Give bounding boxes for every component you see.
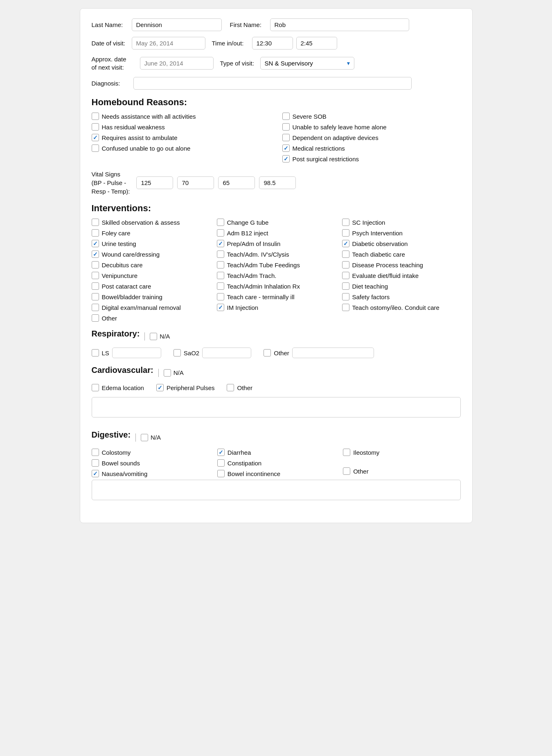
- list-item: Needs assistance with all activities: [92, 113, 270, 120]
- list-item: Confused unable to go out alone: [92, 144, 270, 152]
- homebound-check-2[interactable]: ✓: [92, 134, 99, 141]
- homebound-check-1[interactable]: [92, 123, 99, 131]
- int-check-c3-3[interactable]: [342, 250, 349, 258]
- first-name-label: First Name:: [230, 21, 267, 28]
- int-check-c2-8[interactable]: ✓: [217, 304, 224, 311]
- list-item: Other: [227, 384, 252, 391]
- int-check-c1-9[interactable]: [92, 314, 99, 322]
- edema-check[interactable]: [92, 384, 99, 391]
- int-check-c1-8[interactable]: [92, 304, 99, 311]
- digestive-textarea[interactable]: [92, 480, 461, 500]
- ileostomy-check[interactable]: [343, 449, 350, 456]
- sao2-check[interactable]: [173, 349, 181, 357]
- digestive-other-check[interactable]: [343, 467, 350, 475]
- int-check-c3-5[interactable]: [342, 272, 349, 279]
- int-check-c3-0[interactable]: [342, 219, 349, 226]
- int-check-c1-5[interactable]: [92, 272, 99, 279]
- int-check-c3-8[interactable]: [342, 304, 349, 311]
- int-check-c1-4[interactable]: [92, 261, 99, 269]
- int-check-c3-2[interactable]: ✓: [342, 240, 349, 247]
- list-item: Change G tube: [217, 219, 336, 226]
- int-check-c2-1[interactable]: [217, 229, 224, 237]
- int-check-c1-7[interactable]: [92, 293, 99, 300]
- list-item: Evaluate diet/fluid intake: [342, 272, 461, 279]
- resp-other-input[interactable]: [292, 348, 374, 358]
- int-check-c3-4[interactable]: [342, 261, 349, 269]
- cardiovascular-textarea[interactable]: [92, 397, 461, 417]
- int-check-c3-1[interactable]: [342, 229, 349, 237]
- int-check-c2-7[interactable]: [217, 293, 224, 300]
- homebound-check-r1[interactable]: [282, 123, 290, 131]
- list-item: Teach/Adm Tube Feedings: [217, 261, 336, 269]
- int-check-c2-2[interactable]: ✓: [217, 240, 224, 247]
- int-check-c1-3[interactable]: ✓: [92, 250, 99, 258]
- digestive-col2: ✓ Diarrhea Constipation Bowel incontinen…: [217, 449, 335, 477]
- respiratory-items: LS SaO2 Other: [92, 348, 461, 358]
- resp-other-check[interactable]: [264, 349, 271, 357]
- int-check-c1-0[interactable]: [92, 219, 99, 226]
- ls-check[interactable]: [92, 349, 99, 357]
- cardiovascular-items: Edema location ✓ Peripheral Pulses Other: [92, 384, 461, 391]
- respiratory-na-check[interactable]: [150, 333, 157, 340]
- int-check-c2-0[interactable]: [217, 219, 224, 226]
- int-check-c1-1[interactable]: [92, 229, 99, 237]
- first-name-input[interactable]: [270, 18, 409, 31]
- date-group: Date of visit:: [92, 37, 205, 50]
- diagnosis-row: Diagnosis:: [92, 77, 461, 90]
- homebound-check-r3[interactable]: ✓: [282, 144, 290, 152]
- list-item: Teach care - terminally ill: [217, 293, 336, 300]
- list-item: ✓ Nausea/vomiting: [92, 470, 209, 477]
- bowel-incontinence-check[interactable]: [217, 470, 225, 477]
- int-check-c1-6[interactable]: [92, 282, 99, 290]
- int-check-c1-2[interactable]: ✓: [92, 240, 99, 247]
- time-out-input[interactable]: [296, 37, 337, 50]
- last-name-input[interactable]: [132, 18, 222, 31]
- visit-type-select[interactable]: SN & Supervisory: [260, 57, 354, 70]
- time-in-input[interactable]: [252, 37, 293, 50]
- int-check-c2-6[interactable]: [217, 282, 224, 290]
- peripheral-check[interactable]: ✓: [156, 384, 164, 391]
- digestive-na-check[interactable]: [141, 434, 148, 441]
- list-item: Has residual weakness: [92, 123, 270, 131]
- cardio-other-check[interactable]: [227, 384, 234, 391]
- bowel-sounds-check[interactable]: [92, 459, 99, 467]
- homebound-check-r2[interactable]: [282, 134, 290, 141]
- colostomy-check[interactable]: [92, 449, 99, 456]
- ls-input[interactable]: [112, 348, 161, 358]
- cardio-na-check[interactable]: [164, 369, 171, 377]
- int-check-c2-5[interactable]: [217, 272, 224, 279]
- list-item: Severe SOB: [282, 113, 461, 120]
- list-item: Other: [343, 467, 460, 475]
- date-label: Date of visit:: [92, 40, 128, 47]
- int-check-c2-4[interactable]: [217, 261, 224, 269]
- bp-input[interactable]: [136, 176, 173, 189]
- date-input[interactable]: [132, 37, 205, 50]
- temp-input[interactable]: [259, 176, 296, 189]
- list-item: ✓ Urine testing: [92, 240, 210, 247]
- respiratory-na: N/A: [150, 333, 170, 340]
- homebound-check-3[interactable]: [92, 144, 99, 152]
- next-visit-input[interactable]: [140, 57, 214, 70]
- nausea-check[interactable]: ✓: [92, 470, 99, 477]
- list-item: ✓ Post surgical restrictions: [282, 155, 461, 162]
- pulse-input[interactable]: [177, 176, 214, 189]
- list-item: Teach ostomy/ileo. Conduit care: [342, 304, 461, 311]
- homebound-check-0[interactable]: [92, 113, 99, 120]
- int-check-c3-7[interactable]: [342, 293, 349, 300]
- diagnosis-input[interactable]: [133, 77, 412, 90]
- homebound-check-r0[interactable]: [282, 113, 290, 120]
- int-check-c3-6[interactable]: [342, 282, 349, 290]
- visit-type-select-wrapper: SN & Supervisory ▼: [260, 57, 354, 70]
- time-group: Time in/out:: [212, 37, 337, 50]
- sao2-input[interactable]: [202, 348, 251, 358]
- diarrhea-check[interactable]: ✓: [217, 449, 225, 456]
- homebound-check-r4[interactable]: ✓: [282, 155, 290, 162]
- interventions-grid: Skilled observation & assess Foley care …: [92, 219, 461, 322]
- respiratory-title: Respiratory:: [92, 329, 140, 339]
- interventions-section: Interventions: Skilled observation & ass…: [92, 203, 461, 322]
- constipation-check[interactable]: [217, 459, 225, 467]
- int-check-c2-3[interactable]: [217, 250, 224, 258]
- resp-input[interactable]: [218, 176, 255, 189]
- cardiovascular-section: Cardiovascular: N/A Edema location ✓ Per…: [92, 366, 461, 423]
- homebound-left-checkboxes: Needs assistance with all activities Has…: [92, 113, 270, 152]
